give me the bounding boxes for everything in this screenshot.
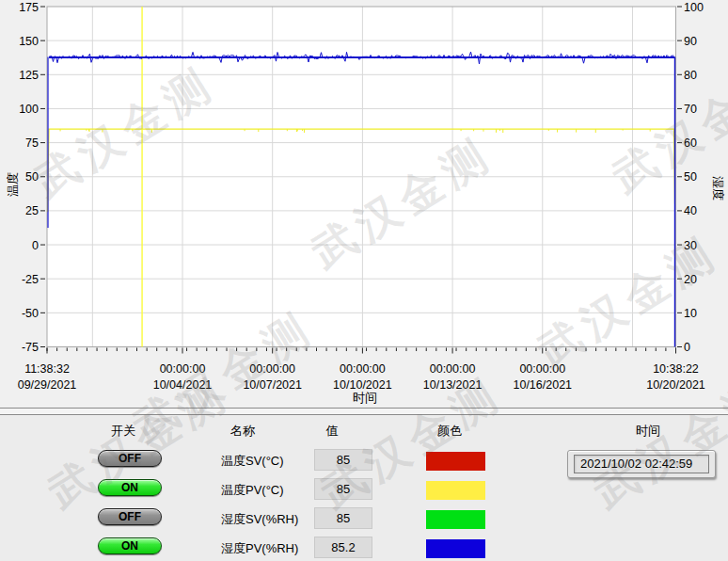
x-tick-time: 00:00:00 [160,362,206,376]
y-right-label: 10 [684,307,697,320]
channel-name: 湿度PV(%RH) [221,540,298,557]
time-display-frame: 2021/10/02 02:42:59 [567,450,716,478]
y-left-label: 100 [19,103,39,116]
channel-name: 湿度SV(%RH) [221,511,298,528]
channel-value: 85 [314,507,372,529]
channel-color-swatch [426,510,485,529]
y-right-label: 90 [684,35,697,48]
y-left-label: 175 [19,1,39,14]
channel-row-temp-pv: ON 温度PV(°C) 85 [0,478,728,503]
y-right-label: 70 [684,103,697,116]
y-right-label: 40 [684,204,697,217]
x-tick-time: 00:00:00 [249,362,295,376]
control-panel: 开关 名称 值 颜色 时间 OFF 温度SV(°C) 85 ON 温度PV(°C… [0,415,728,561]
channel-row-hum-sv: OFF 湿度SV(%RH) 85 [0,507,728,532]
y-right-label: 60 [684,136,697,150]
x-tick-time: 11:38:32 [24,362,70,376]
y-left-label: -75 [22,341,39,354]
switch-button-hum-sv[interactable]: OFF [98,508,162,525]
header-switch: 开关 [111,423,135,440]
x-axis-title: 时间 [353,390,377,407]
x-tick-date: 10/13/2021 [423,378,483,392]
switch-button-temp-sv[interactable]: OFF [98,450,162,467]
time-display: 2021/10/02 02:42:59 [574,455,709,473]
channel-value: 85 [314,478,372,500]
switch-button-temp-pv[interactable]: ON [98,479,162,496]
switch-button-hum-pv[interactable]: ON [98,537,162,554]
x-tick-date: 10/20/2021 [646,378,705,392]
channel-name: 温度PV(°C) [221,482,284,499]
y-axis-title-right: 湿度 [709,176,726,200]
y-left-label: 0 [32,239,39,252]
channel-name: 温度SV(°C) [221,453,284,470]
x-tick-time: 10:38:22 [653,362,699,376]
header-value: 值 [326,423,339,440]
header-name: 名称 [230,423,255,440]
y-left-label: -50 [22,307,39,320]
x-tick-time: 00:00:00 [519,362,565,376]
y-right-label: 100 [684,1,704,14]
y-right-label: 30 [684,239,697,252]
y-left-label: 50 [25,170,39,184]
x-tick-date: 10/04/2021 [153,378,213,392]
channel-color-swatch [426,539,485,558]
y-left-label: 125 [19,69,39,82]
x-tick-date: 10/07/2021 [243,378,302,392]
channel-value: 85 [314,449,372,471]
channel-color-swatch [426,481,485,500]
y-left-label: 25 [25,204,39,217]
y-right-label: 0 [684,341,690,354]
x-tick-date: 10/16/2021 [513,378,572,392]
header-time: 时间 [636,423,660,440]
y-right-label: 50 [684,170,697,184]
x-tick-time: 00:00:00 [430,362,476,376]
y-axis-title-left: 温度 [5,172,22,197]
y-left-label: -25 [22,273,39,286]
trend-chart: -75-50-250255075100125150175010203040506… [0,0,728,409]
channel-value: 85.2 [314,537,372,558]
y-left-label: 150 [19,35,39,48]
datalogger-window: -75-50-250255075100125150175010203040506… [0,0,728,561]
x-tick-time: 00:00:00 [340,362,386,376]
separator [0,408,728,415]
y-left-label: 75 [25,136,39,150]
y-right-label: 20 [684,273,697,286]
channel-color-swatch [426,452,485,471]
x-tick-date: 09/29/2021 [18,378,77,392]
header-color: 颜色 [437,423,462,440]
channel-row-hum-pv: ON 湿度PV(%RH) 85.2 [0,537,728,561]
y-right-label: 80 [684,69,697,82]
